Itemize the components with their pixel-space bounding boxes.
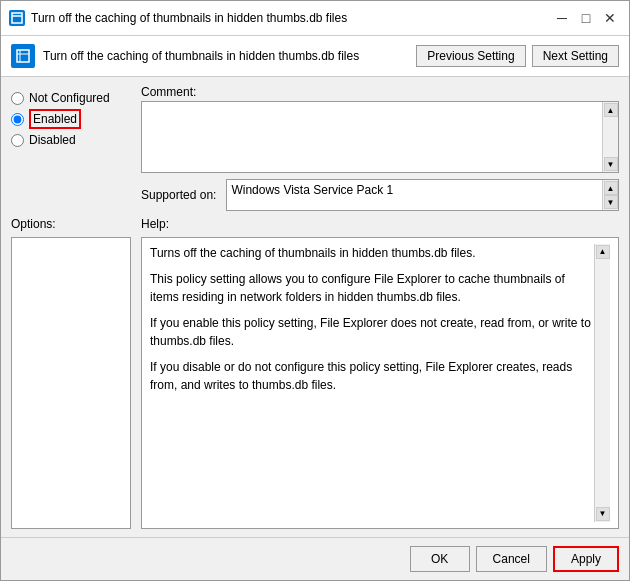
main-window: Turn off the caching of thumbnails in hi… — [0, 0, 630, 581]
svg-rect-0 — [12, 13, 22, 23]
supported-scroll-up[interactable]: ▲ — [604, 181, 618, 195]
options-box — [11, 237, 131, 529]
not-configured-label: Not Configured — [29, 91, 110, 105]
disabled-radio[interactable] — [11, 134, 24, 147]
supported-group: Supported on: Windows Vista Service Pack… — [141, 179, 619, 211]
comment-group: Comment: ▲ ▼ — [141, 85, 619, 173]
minimize-button[interactable]: ─ — [551, 7, 573, 29]
footer: OK Cancel Apply — [1, 537, 629, 580]
title-bar: Turn off the caching of thumbnails in hi… — [1, 1, 629, 36]
header-title: Turn off the caching of thumbnails in hi… — [43, 49, 408, 63]
disabled-label: Disabled — [29, 133, 76, 147]
help-box: Turns off the caching of thumbnails in h… — [141, 237, 619, 529]
bottom-section: Turns off the caching of thumbnails in h… — [11, 237, 619, 529]
help-section-label: Help: — [141, 217, 619, 231]
enabled-option[interactable]: Enabled — [11, 109, 131, 129]
help-scroll-up[interactable]: ▲ — [596, 245, 610, 259]
navigation-buttons: Previous Setting Next Setting — [416, 45, 619, 67]
comment-scroll-down[interactable]: ▼ — [604, 157, 618, 171]
comment-area: ▲ ▼ — [141, 101, 619, 173]
enabled-label: Enabled — [33, 112, 77, 126]
help-para-1: Turns off the caching of thumbnails in h… — [150, 244, 594, 262]
help-scrollbar: ▲ ▼ — [594, 244, 610, 522]
enabled-box: Enabled — [29, 109, 81, 129]
window-controls: ─ □ ✕ — [551, 7, 621, 29]
help-para-2: This policy setting allows you to config… — [150, 270, 594, 306]
maximize-button[interactable]: □ — [575, 7, 597, 29]
svg-rect-2 — [17, 50, 29, 62]
options-section-label: Options: — [11, 217, 131, 231]
radio-group: Not Configured Enabled Disabled — [11, 85, 131, 211]
disabled-option[interactable]: Disabled — [11, 133, 131, 147]
previous-setting-button[interactable]: Previous Setting — [416, 45, 525, 67]
header-bar: Turn off the caching of thumbnails in hi… — [1, 36, 629, 77]
next-setting-button[interactable]: Next Setting — [532, 45, 619, 67]
comment-input[interactable] — [142, 102, 602, 172]
supported-scroll-down[interactable]: ▼ — [604, 195, 618, 209]
help-text: Turns off the caching of thumbnails in h… — [150, 244, 594, 522]
supported-on-area: Windows Vista Service Pack 1 ▲ ▼ — [226, 179, 619, 211]
comment-scroll-up[interactable]: ▲ — [604, 103, 618, 117]
window-title: Turn off the caching of thumbnails in hi… — [31, 11, 545, 25]
help-para-3: If you enable this policy setting, File … — [150, 314, 594, 350]
cancel-button[interactable]: Cancel — [476, 546, 547, 572]
supported-on-value: Windows Vista Service Pack 1 — [227, 180, 602, 210]
comment-scrollbar: ▲ ▼ — [602, 102, 618, 172]
not-configured-option[interactable]: Not Configured — [11, 91, 131, 105]
supported-scrollbar: ▲ ▼ — [602, 180, 618, 210]
ok-button[interactable]: OK — [410, 546, 470, 572]
apply-button[interactable]: Apply — [553, 546, 619, 572]
enabled-radio[interactable] — [11, 113, 24, 126]
right-panel: Comment: ▲ ▼ Supported on: Windows Vista… — [141, 85, 619, 211]
close-button[interactable]: ✕ — [599, 7, 621, 29]
comment-label: Comment: — [141, 85, 619, 99]
help-para-4: If you disable or do not configure this … — [150, 358, 594, 394]
top-section: Not Configured Enabled Disabled Comment — [11, 85, 619, 211]
main-content: Not Configured Enabled Disabled Comment — [1, 77, 629, 537]
section-labels: Options: Help: — [11, 217, 619, 231]
help-scroll-down[interactable]: ▼ — [596, 507, 610, 521]
policy-icon — [11, 44, 35, 68]
not-configured-radio[interactable] — [11, 92, 24, 105]
supported-on-label: Supported on: — [141, 188, 216, 202]
window-icon — [9, 10, 25, 26]
